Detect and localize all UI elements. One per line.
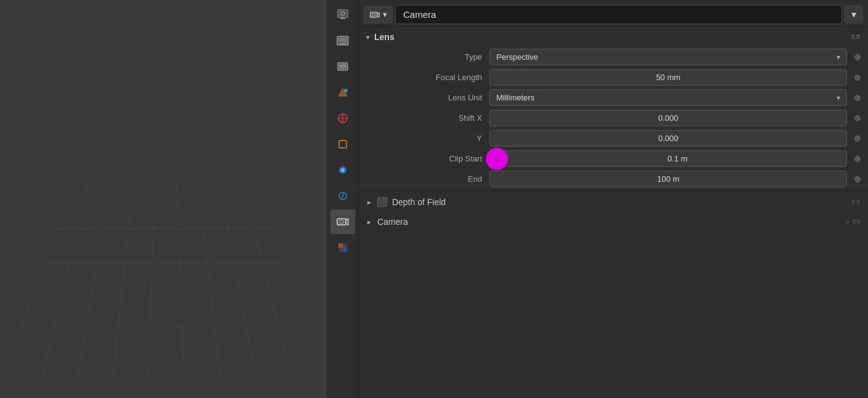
- camera-section-icons: ≡ ⠿⠿: [846, 219, 861, 225]
- type-row: Type Perspective ▾: [359, 47, 868, 67]
- svg-rect-23: [338, 243, 343, 248]
- clip-end-dot[interactable]: [854, 176, 861, 182]
- shift-x-control: 0.000: [489, 110, 861, 126]
- type-dot[interactable]: [854, 54, 861, 60]
- shift-x-label: Shift X: [366, 113, 489, 123]
- shift-y-row: Y 0.000: [359, 128, 868, 148]
- shift-y-label: Y: [366, 134, 489, 143]
- svg-marker-20: [346, 219, 348, 225]
- svg-point-11: [344, 89, 348, 92]
- lens-collapse-icon[interactable]: ▾: [366, 34, 369, 41]
- clip-end-field[interactable]: 100 m: [489, 171, 847, 187]
- svg-rect-9: [339, 64, 346, 69]
- lens-unit-control: Millimeters ▾: [489, 89, 861, 106]
- dof-title: Depth of Field: [392, 197, 446, 207]
- list-icon: ≡: [846, 219, 850, 225]
- lens-section-dots: ⠿⠿: [851, 34, 861, 41]
- dof-checkbox[interactable]: [377, 197, 387, 207]
- camera-name-input[interactable]: [395, 5, 842, 24]
- camera-icon-button[interactable]: ▾: [364, 6, 393, 23]
- world-icon[interactable]: [330, 106, 355, 131]
- type-chevron: ▾: [837, 53, 840, 62]
- camera-icon-chevron: ▾: [383, 10, 387, 19]
- clip-start-field[interactable]: 0.1 m: [489, 150, 847, 167]
- lens-unit-dot[interactable]: [854, 95, 861, 101]
- shift-x-field[interactable]: 0.000: [489, 110, 847, 126]
- sidebar: [327, 0, 359, 398]
- lens-section-title: Lens: [374, 32, 395, 42]
- lens-unit-label: Lens Unit: [366, 93, 489, 102]
- camera-dots: ⠿⠿: [852, 219, 861, 225]
- svg-marker-26: [377, 12, 379, 17]
- svg-point-17: [341, 168, 345, 172]
- camera-section-title: Camera: [377, 217, 408, 227]
- clip-start-label: Clip Start: [366, 154, 489, 163]
- magenta-dot[interactable]: [486, 148, 508, 170]
- focal-length-dot[interactable]: [854, 75, 861, 81]
- lens-unit-chevron: ▾: [837, 94, 840, 102]
- lens-section-header: ▾ Lens ⠿⠿: [359, 27, 868, 47]
- type-control: Perspective ▾: [489, 49, 861, 65]
- depth-of-field-header[interactable]: ► Depth of Field ⠿⠿: [359, 192, 868, 212]
- viewport[interactable]: [0, 0, 327, 398]
- type-select[interactable]: Perspective ▾: [489, 49, 847, 65]
- dof-collapse-icon: ►: [366, 199, 372, 206]
- camera-data-icon[interactable]: [330, 209, 355, 234]
- camera-header: ▾ ▾: [359, 2, 868, 27]
- particles-icon[interactable]: [330, 184, 355, 208]
- focal-length-field[interactable]: 50 mm: [489, 69, 847, 86]
- modifier-icon[interactable]: [330, 158, 355, 182]
- shift-x-dot[interactable]: [854, 115, 861, 121]
- output-icon[interactable]: [330, 28, 355, 53]
- svg-rect-1: [338, 10, 348, 17]
- separator-1: [359, 190, 868, 191]
- clip-end-row: End 100 m: [359, 169, 868, 189]
- shift-x-row: Shift X 0.000: [359, 108, 868, 128]
- type-label: Type: [366, 52, 489, 62]
- lens-unit-select[interactable]: Millimeters ▾: [489, 89, 847, 106]
- clip-start-row: Clip Start 0.1 m: [359, 148, 868, 169]
- svg-rect-15: [339, 140, 346, 148]
- focal-length-control: 50 mm: [489, 69, 861, 86]
- clip-start-control: 0.1 m: [489, 150, 861, 167]
- shift-y-dot[interactable]: [854, 136, 861, 142]
- view-layer-icon[interactable]: [330, 54, 355, 79]
- object-icon[interactable]: [330, 132, 355, 156]
- material-icon[interactable]: [330, 235, 355, 260]
- properties-panel: ▾ ▾ ▾ Lens ⠿⠿ Type Perspective ▾ Focal L…: [359, 0, 868, 398]
- clip-start-dot[interactable]: [854, 156, 861, 162]
- camera-dropdown-button[interactable]: ▾: [845, 6, 863, 23]
- camera-section-header[interactable]: ► Camera ≡ ⠿⠿: [359, 212, 868, 232]
- scene-icon[interactable]: [330, 80, 355, 105]
- dof-dots: ⠿⠿: [851, 199, 861, 206]
- shift-y-control: 0.000: [489, 130, 861, 147]
- svg-rect-24: [343, 248, 347, 252]
- clip-end-label: End: [366, 174, 489, 184]
- clip-end-control: 100 m: [489, 171, 861, 187]
- shift-y-field[interactable]: 0.000: [489, 130, 847, 147]
- focal-length-label: Focal Length: [366, 73, 489, 82]
- type-value: Perspective: [496, 52, 538, 62]
- lens-unit-value: Millimeters: [496, 93, 534, 102]
- viewport-grid: [7, 176, 321, 377]
- camera-section-collapse-icon: ►: [366, 219, 372, 225]
- focal-length-row: Focal Length 50 mm: [359, 67, 868, 87]
- render-icon[interactable]: [330, 2, 355, 27]
- svg-rect-6: [338, 38, 347, 43]
- lens-unit-row: Lens Unit Millimeters ▾: [359, 87, 868, 108]
